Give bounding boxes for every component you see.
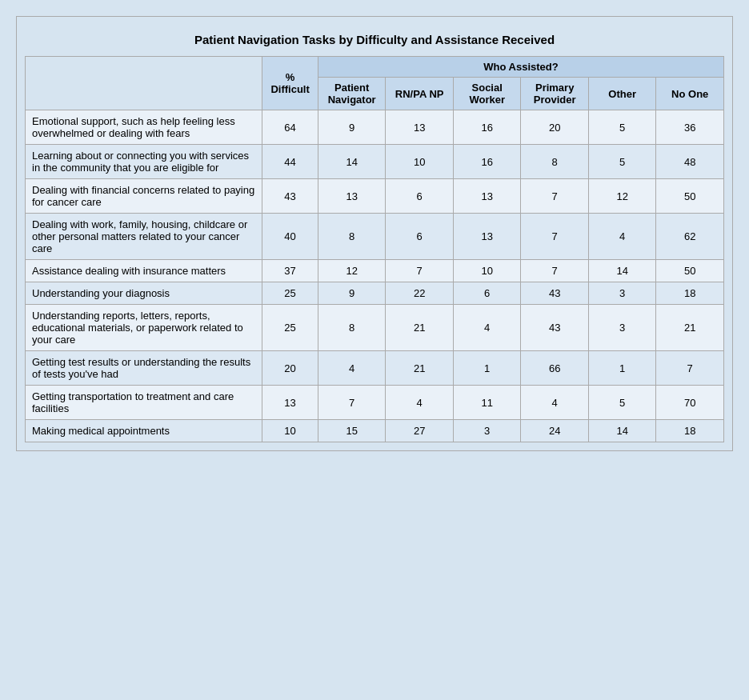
other-value: 5: [588, 145, 656, 179]
rn-pa-np-header: RN/PA NP: [386, 78, 454, 110]
pct-value: 40: [262, 214, 318, 260]
pct-difficult-header: % Difficult: [262, 57, 318, 110]
task-label: Dealing with work, family, housing, chil…: [26, 214, 262, 260]
social-worker-value: 6: [453, 282, 521, 305]
header-row-1: % Difficult Who Assisted?: [26, 57, 724, 78]
data-table: % Difficult Who Assisted? Patient Naviga…: [25, 56, 724, 442]
pct-value: 20: [262, 351, 318, 386]
patient-navigator-value: 12: [318, 260, 386, 282]
table-row: Understanding reports, letters, reports,…: [26, 305, 724, 351]
other-value: 5: [588, 386, 656, 420]
rn-pa_np-value: 6: [386, 179, 454, 214]
no-one-value: 18: [656, 282, 724, 305]
no-one-value: 36: [656, 110, 724, 145]
social-worker-value: 1: [453, 351, 521, 386]
primary-provider-header: Primary Provider: [521, 78, 589, 110]
patient-navigator-value: 7: [318, 386, 386, 420]
no-one-value: 50: [656, 179, 724, 214]
other-header: Other: [588, 78, 656, 110]
patient-navigator-value: 14: [318, 145, 386, 179]
no-one-value: 50: [656, 260, 724, 282]
task-label: Learning about or connecting you with se…: [26, 145, 262, 179]
patient-navigator-value: 8: [318, 305, 386, 351]
table-row: Dealing with financial concerns related …: [26, 179, 724, 214]
main-container: Patient Navigation Tasks by Difficulty a…: [16, 16, 733, 451]
primary-provider-value: 20: [521, 110, 589, 145]
table-row: Dealing with work, family, housing, chil…: [26, 214, 724, 260]
rn-pa_np-value: 22: [386, 282, 454, 305]
patient-navigator-value: 13: [318, 179, 386, 214]
patient-navigator-value: 9: [318, 110, 386, 145]
patient-navigator-header: Patient Navigator: [318, 78, 386, 110]
who-assisted-header: Who Assisted?: [318, 57, 723, 78]
primary-provider-value: 7: [521, 260, 589, 282]
pct-value: 25: [262, 305, 318, 351]
social-worker-value: 11: [453, 386, 521, 420]
pct-value: 43: [262, 179, 318, 214]
table-row: Getting transportation to treatment and …: [26, 386, 724, 420]
no-one-value: 48: [656, 145, 724, 179]
pct-value: 10: [262, 420, 318, 442]
task-label: Assistance dealing with insurance matter…: [26, 260, 262, 282]
patient-navigator-value: 4: [318, 351, 386, 386]
rn-pa_np-value: 13: [386, 110, 454, 145]
no-one-value: 18: [656, 420, 724, 442]
pct-value: 25: [262, 282, 318, 305]
pct-value: 37: [262, 260, 318, 282]
rn-pa_np-value: 6: [386, 214, 454, 260]
other-value: 3: [588, 305, 656, 351]
task-label: Making medical appointments: [26, 420, 262, 442]
primary-provider-value: 24: [521, 420, 589, 442]
other-value: 1: [588, 351, 656, 386]
social-worker-header: Social Worker: [453, 78, 521, 110]
task-header: [26, 57, 262, 110]
other-value: 12: [588, 179, 656, 214]
table-row: Getting test results or understanding th…: [26, 351, 724, 386]
pct-value: 64: [262, 110, 318, 145]
primary-provider-value: 66: [521, 351, 589, 386]
primary-provider-value: 7: [521, 179, 589, 214]
pct-value: 13: [262, 386, 318, 420]
rn-pa_np-value: 4: [386, 386, 454, 420]
rn-pa_np-value: 21: [386, 305, 454, 351]
social-worker-value: 3: [453, 420, 521, 442]
other-value: 3: [588, 282, 656, 305]
patient-navigator-value: 15: [318, 420, 386, 442]
patient-navigator-value: 8: [318, 214, 386, 260]
primary-provider-value: 4: [521, 386, 589, 420]
social-worker-value: 13: [453, 214, 521, 260]
primary-provider-value: 8: [521, 145, 589, 179]
task-label: Understanding reports, letters, reports,…: [26, 305, 262, 351]
other-value: 14: [588, 260, 656, 282]
table-row: Understanding your diagnosis25922643318: [26, 282, 724, 305]
task-label: Emotional support, such as help feeling …: [26, 110, 262, 145]
patient-navigator-value: 9: [318, 282, 386, 305]
no-one-value: 7: [656, 351, 724, 386]
primary-provider-value: 7: [521, 214, 589, 260]
other-value: 5: [588, 110, 656, 145]
social-worker-value: 4: [453, 305, 521, 351]
rn-pa_np-value: 7: [386, 260, 454, 282]
task-label: Dealing with financial concerns related …: [26, 179, 262, 214]
task-label: Understanding your diagnosis: [26, 282, 262, 305]
table-row: Making medical appointments1015273241418: [26, 420, 724, 442]
other-value: 14: [588, 420, 656, 442]
table-title: Patient Navigation Tasks by Difficulty a…: [25, 25, 724, 56]
no-one-value: 70: [656, 386, 724, 420]
social-worker-value: 16: [453, 145, 521, 179]
social-worker-value: 13: [453, 179, 521, 214]
other-value: 4: [588, 214, 656, 260]
social-worker-value: 10: [453, 260, 521, 282]
task-label: Getting test results or understanding th…: [26, 351, 262, 386]
rn-pa_np-value: 10: [386, 145, 454, 179]
task-label: Getting transportation to treatment and …: [26, 386, 262, 420]
rn-pa_np-value: 27: [386, 420, 454, 442]
primary-provider-value: 43: [521, 305, 589, 351]
pct-value: 44: [262, 145, 318, 179]
table-row: Emotional support, such as help feeling …: [26, 110, 724, 145]
rn-pa_np-value: 21: [386, 351, 454, 386]
no-one-value: 21: [656, 305, 724, 351]
no-one-value: 62: [656, 214, 724, 260]
primary-provider-value: 43: [521, 282, 589, 305]
social-worker-value: 16: [453, 110, 521, 145]
